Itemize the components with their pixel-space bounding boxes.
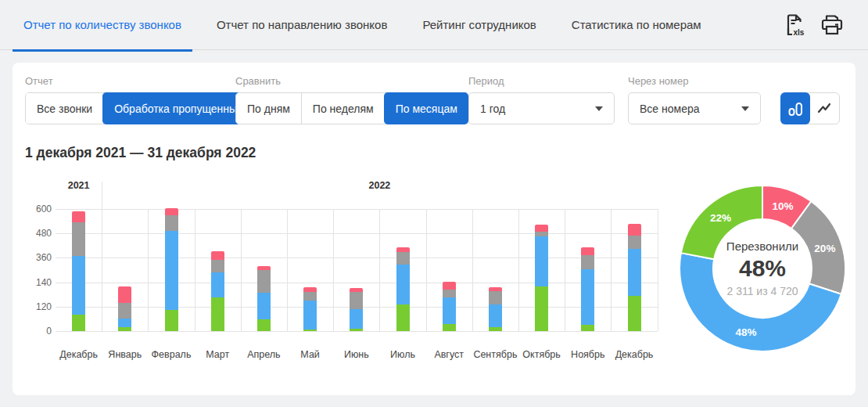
chevron-down-icon — [741, 106, 749, 111]
bar-segment-green-5[interactable] — [303, 330, 317, 331]
bar-segment-green-9[interactable] — [489, 327, 502, 331]
tab-employee-rating[interactable]: Рейтинг сотрудников — [411, 0, 547, 50]
compare-option-1[interactable]: По неделям — [301, 93, 385, 124]
y-axis-tick-label: 0 — [19, 326, 52, 337]
bar-segment-green-10[interactable] — [535, 286, 548, 331]
bar-segment-red-7[interactable] — [396, 247, 410, 253]
line-chart-icon — [816, 100, 833, 117]
bar-segment-gray-1[interactable] — [118, 303, 131, 319]
bar-segment-red-9[interactable] — [489, 287, 502, 291]
tab-label: Статистика по номерам — [572, 18, 701, 31]
bar-segment-gray-2[interactable] — [165, 215, 178, 231]
xls-export-button[interactable]: xls — [784, 13, 805, 37]
year-separator-line — [102, 182, 102, 331]
bar-segment-red-11[interactable] — [581, 247, 594, 255]
bar-chart-icon — [787, 100, 804, 117]
bar-segment-green-2[interactable] — [165, 310, 178, 331]
gridline — [658, 209, 658, 331]
number-select-value: Все номера — [640, 103, 700, 115]
period-select[interactable]: 1 год — [468, 92, 615, 124]
bar-segment-blue-4[interactable] — [257, 293, 271, 319]
gridline — [148, 209, 149, 331]
bar-segment-green-4[interactable] — [257, 319, 271, 331]
chevron-down-icon — [595, 106, 603, 111]
svg-text:xls: xls — [794, 28, 805, 37]
bar-segment-gray-6[interactable] — [350, 292, 363, 309]
donut-slice-label-0: 10% — [772, 200, 793, 212]
bar-segment-green-8[interactable] — [443, 324, 456, 331]
gridline — [56, 331, 658, 332]
bar-segment-blue-11[interactable] — [581, 269, 594, 324]
date-range-title: 1 декабря 2021 — 31 декабря 2022 — [25, 145, 256, 161]
tab-calls-direction-report[interactable]: Отчет по направлению звонков — [206, 0, 398, 50]
bar-segment-red-6[interactable] — [350, 288, 363, 292]
tab-number-statistics[interactable]: Статистика по номерам — [561, 0, 712, 50]
bar-segment-red-1[interactable] — [118, 286, 131, 303]
report-type-option-1[interactable]: Обработка пропущенных — [102, 92, 253, 124]
bar-segment-green-7[interactable] — [396, 304, 410, 331]
bar-segment-green-6[interactable] — [350, 329, 363, 331]
bar-segment-gray-0[interactable] — [72, 222, 85, 255]
bar-segment-blue-0[interactable] — [72, 256, 85, 315]
bar-segment-blue-12[interactable] — [628, 249, 641, 296]
bar-segment-blue-2[interactable] — [165, 231, 178, 310]
bar-segment-green-11[interactable] — [581, 325, 594, 331]
bar-segment-gray-7[interactable] — [396, 252, 410, 265]
bar-segment-blue-6[interactable] — [350, 309, 363, 329]
bar-segment-gray-12[interactable] — [628, 236, 641, 249]
compare-option-2[interactable]: По месяцам — [384, 92, 468, 124]
bar-segment-red-12[interactable] — [628, 224, 641, 236]
period-select-value: 1 год — [480, 103, 505, 115]
bar-segment-red-3[interactable] — [211, 251, 224, 260]
stacked-bar-chart: 600480360140120020212022ДекабрьЯнварьФев… — [19, 178, 676, 370]
bar-chart-view-button[interactable] — [780, 92, 810, 124]
gridline — [56, 209, 658, 210]
tab-calls-count-report[interactable]: Отчет по количеству звонков — [13, 0, 192, 50]
bar-segment-blue-10[interactable] — [535, 236, 548, 286]
bar-segment-green-0[interactable] — [72, 315, 85, 331]
bar-segment-gray-5[interactable] — [303, 292, 317, 301]
year-label-2021: 2021 — [56, 180, 102, 191]
donut-center-label: Перезвонили — [726, 240, 798, 253]
compare-option-0[interactable]: По дням — [236, 93, 301, 124]
gridline — [56, 283, 658, 283]
bar-segment-green-1[interactable] — [118, 327, 131, 331]
bar-segment-gray-9[interactable] — [489, 291, 502, 304]
number-select[interactable]: Все номера — [628, 92, 761, 124]
print-icon — [820, 13, 845, 36]
donut-center-text: Перезвонили 48% 2 311 из 4 720 — [707, 213, 818, 324]
donut-center-value: 48% — [739, 255, 786, 282]
y-axis-tick-label: 480 — [19, 228, 52, 239]
bar-segment-blue-8[interactable] — [443, 297, 456, 324]
bar-segment-gray-11[interactable] — [581, 255, 594, 269]
y-axis-tick-label: 140 — [19, 277, 52, 288]
report-type-option-0[interactable]: Все звонки — [26, 93, 103, 124]
bar-segment-red-8[interactable] — [443, 282, 456, 290]
bar-segment-red-0[interactable] — [72, 211, 85, 222]
report-tabbar: Отчет по количеству звонков Отчет по нап… — [0, 0, 868, 50]
bar-segment-green-12[interactable] — [628, 296, 641, 331]
tab-label: Отчет по количеству звонков — [23, 18, 181, 31]
bar-segment-red-5[interactable] — [303, 287, 317, 292]
bar-segment-blue-7[interactable] — [396, 265, 410, 304]
bar-segment-red-4[interactable] — [257, 266, 271, 270]
bar-segment-blue-1[interactable] — [118, 319, 131, 327]
bar-segment-gray-10[interactable] — [535, 232, 548, 236]
gridline — [565, 209, 565, 331]
gridline — [333, 209, 334, 331]
bar-segment-green-3[interactable] — [211, 297, 224, 331]
y-axis-tick-label: 120 — [19, 301, 52, 312]
line-chart-view-button[interactable] — [809, 93, 839, 124]
bar-segment-blue-9[interactable] — [489, 304, 502, 327]
bar-segment-red-2[interactable] — [165, 208, 178, 214]
bar-segment-gray-8[interactable] — [443, 290, 456, 297]
bar-segment-red-10[interactable] — [535, 225, 548, 232]
print-button[interactable] — [820, 13, 845, 36]
bar-segment-gray-4[interactable] — [257, 270, 271, 293]
bar-segment-gray-3[interactable] — [211, 260, 224, 272]
chart-view-toggle — [780, 92, 840, 124]
compare-filter-label: Сравнить — [235, 75, 281, 87]
bar-segment-blue-5[interactable] — [303, 301, 317, 330]
bar-segment-blue-3[interactable] — [211, 272, 224, 298]
report-type-segmented-control: Все звонкиОбработка пропущенных — [25, 92, 253, 124]
